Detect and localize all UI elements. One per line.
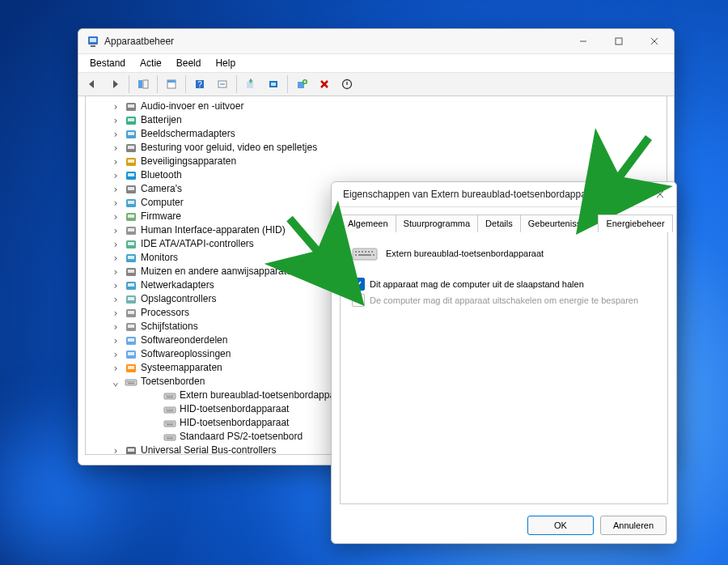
chevron-right-icon[interactable]: › <box>110 210 121 223</box>
menu-action[interactable]: Actie <box>133 56 168 70</box>
chevron-right-icon[interactable]: › <box>110 113 121 127</box>
svg-rect-23 <box>128 118 134 121</box>
tree-node[interactable]: ›Beeldschermadapters <box>110 127 662 141</box>
tab-details[interactable]: Details <box>477 215 521 232</box>
maximize-button[interactable] <box>601 29 637 53</box>
svg-rect-67 <box>164 393 176 399</box>
tree-node[interactable]: ›Batterijen <box>110 113 662 127</box>
tab-general[interactable]: Algemeen <box>340 215 396 232</box>
svg-rect-49 <box>128 297 134 300</box>
menu-help[interactable]: Help <box>209 56 242 70</box>
tree-node-label: Opslagcontrollers <box>141 292 216 306</box>
minimize-button[interactable] <box>565 29 601 53</box>
svg-rect-55 <box>128 338 134 342</box>
chevron-right-icon[interactable]: › <box>110 278 121 292</box>
svg-rect-57 <box>128 352 134 355</box>
uninstall-button[interactable] <box>314 74 335 94</box>
svg-rect-2 <box>91 45 95 47</box>
svg-rect-25 <box>128 132 134 135</box>
svg-rect-96 <box>128 448 134 452</box>
chevron-right-icon[interactable]: › <box>110 182 121 196</box>
tree-node-label: Softwareonderdelen <box>141 333 227 347</box>
dialog-title: Eigenschappen van Extern bureaublad-toet… <box>340 189 641 200</box>
svg-rect-61 <box>127 381 128 382</box>
add-legacy-button[interactable] <box>291 74 312 94</box>
menu-view[interactable]: Beeld <box>170 56 208 70</box>
tree-node-label: Netwerkadapters <box>141 278 214 292</box>
chevron-right-icon[interactable]: › <box>110 168 121 182</box>
help-button[interactable]: ? <box>189 74 210 94</box>
show-hide-tree-button[interactable] <box>133 74 154 94</box>
svg-rect-8 <box>143 80 148 88</box>
checkbox-wake-box[interactable] <box>352 278 365 291</box>
svg-rect-87 <box>167 424 173 425</box>
svg-rect-62 <box>129 381 129 382</box>
chevron-right-icon[interactable]: › <box>110 361 121 375</box>
chevron-right-icon[interactable]: › <box>110 127 121 141</box>
chevron-right-icon[interactable]: › <box>110 333 121 347</box>
svg-rect-78 <box>171 409 171 410</box>
svg-rect-91 <box>169 436 170 437</box>
dialog-close-button[interactable] <box>645 182 675 206</box>
tree-node[interactable]: ›Besturing voor geluid, video en spellet… <box>110 141 662 155</box>
svg-rect-100 <box>355 251 357 253</box>
svg-rect-77 <box>169 409 170 410</box>
tree-node-label: Processors <box>141 306 189 320</box>
tree-node-label: Monitors <box>141 251 178 265</box>
device-name-label: Extern bureaublad-toetsenbordapparaat <box>386 249 544 258</box>
chevron-right-icon[interactable]: › <box>110 251 121 265</box>
enable-device-button[interactable] <box>263 74 284 94</box>
tree-node[interactable]: ›Bluetooth <box>110 168 662 182</box>
chevron-right-icon[interactable]: › <box>110 265 121 278</box>
svg-rect-89 <box>166 436 167 437</box>
tree-node[interactable]: ›Audio-invoer en -uitvoer <box>110 100 662 113</box>
checkbox-wake[interactable]: Dit apparaat mag de computer uit de slaa… <box>352 278 656 291</box>
chevron-right-icon[interactable]: › <box>110 320 121 333</box>
chevron-right-icon[interactable]: › <box>110 347 121 361</box>
chevron-right-icon[interactable]: › <box>110 141 121 155</box>
forward-button[interactable] <box>104 74 125 94</box>
tree-node-label: Beeldschermadapters <box>141 127 235 141</box>
svg-rect-65 <box>133 381 134 382</box>
checkbox-allow-off-box <box>352 294 365 307</box>
menu-file[interactable]: Bestand <box>83 56 132 70</box>
titlebar[interactable]: Apparaatbeheer <box>78 29 674 54</box>
tree-node-label: Schijfstations <box>141 320 198 333</box>
svg-rect-93 <box>172 436 173 437</box>
dialog-titlebar[interactable]: Eigenschappen van Extern bureaublad-toet… <box>332 182 676 207</box>
tab-events[interactable]: Gebeurtenissen <box>520 215 599 232</box>
chevron-right-icon[interactable]: › <box>110 292 121 306</box>
scan-button[interactable] <box>212 74 233 94</box>
tree-node-label: Computer <box>141 196 184 210</box>
tree-node-label: Camera's <box>141 182 182 196</box>
ok-button[interactable]: OK <box>527 516 594 535</box>
disable-device-button[interactable] <box>336 74 358 94</box>
back-button[interactable] <box>82 74 103 94</box>
chevron-right-icon[interactable]: › <box>110 444 121 455</box>
svg-rect-59 <box>128 366 134 369</box>
svg-rect-86 <box>172 423 173 423</box>
window-title: Apparaatbeheer <box>104 36 561 47</box>
svg-rect-83 <box>167 423 168 423</box>
cancel-button[interactable]: Annuleren <box>600 516 667 535</box>
chevron-down-icon[interactable]: ⌄ <box>110 375 121 389</box>
chevron-right-icon[interactable]: › <box>110 306 121 320</box>
properties-dialog: Eigenschappen van Extern bureaublad-toet… <box>331 181 677 544</box>
properties-button[interactable] <box>161 74 182 94</box>
tab-driver[interactable]: Stuurprogramma <box>396 215 479 232</box>
svg-rect-64 <box>132 381 133 382</box>
chevron-right-icon[interactable]: › <box>110 155 121 168</box>
svg-rect-81 <box>164 421 176 427</box>
tree-leaf-label: HID-toetsenbordapparaat <box>180 402 289 416</box>
chevron-right-icon[interactable]: › <box>110 237 121 251</box>
chevron-right-icon[interactable]: › <box>110 196 121 210</box>
tab-power[interactable]: Energiebeheer <box>598 215 672 232</box>
svg-rect-27 <box>128 146 134 149</box>
close-button[interactable] <box>637 29 672 53</box>
tree-node[interactable]: ›Beveiligingsapparaten <box>110 155 662 168</box>
svg-rect-74 <box>164 407 176 413</box>
chevron-right-icon[interactable]: › <box>110 100 121 113</box>
chevron-right-icon[interactable]: › <box>110 223 121 237</box>
update-driver-button[interactable] <box>240 74 261 94</box>
svg-rect-21 <box>128 104 134 108</box>
